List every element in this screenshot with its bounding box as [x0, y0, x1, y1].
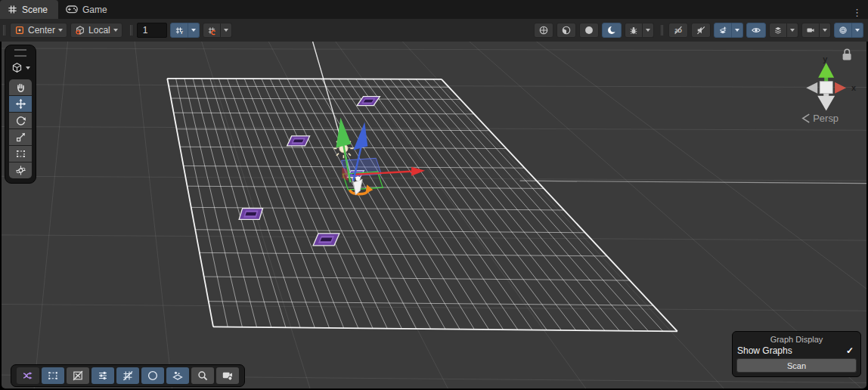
graph-panel-title: Graph Display: [736, 334, 857, 345]
rotate-icon: [15, 115, 26, 126]
tool-buttons: [9, 79, 32, 178]
gizmo-x-cone[interactable]: [835, 82, 846, 94]
flat-lighting-button[interactable]: [579, 23, 599, 38]
layers-dropdown[interactable]: [787, 23, 798, 38]
texture-off-icon: [72, 370, 84, 382]
pivot-mode-label: Center: [28, 25, 55, 36]
orientation-gizmo[interactable]: y x: [806, 54, 856, 111]
move-tool-button[interactable]: [9, 96, 32, 113]
gizmo-center-cube[interactable]: [820, 82, 832, 94]
grid-y-axis-icon: Y: [175, 25, 184, 36]
graph-marker[interactable]: [293, 139, 304, 142]
camera-dropdown[interactable]: [820, 23, 831, 38]
rect-select-button[interactable]: [42, 367, 64, 384]
gizmo-sphere-icon: [839, 24, 848, 36]
filled-circle-icon: [584, 24, 594, 36]
hand-tool-button[interactable]: [9, 79, 32, 96]
debug-dropdown[interactable]: [643, 23, 654, 38]
tab-scene[interactable]: Scene: [0, 0, 58, 19]
2d-off-icon: 2D: [673, 24, 684, 36]
gizmo-x-label: x: [851, 83, 856, 92]
audio-muted-icon: [696, 24, 706, 36]
world-x-axis-line: [520, 181, 866, 183]
grid-axis-button[interactable]: Y: [170, 23, 188, 38]
gizmos-dropdown[interactable]: [852, 23, 863, 38]
scene-viewport[interactable]: y x Persp: [2, 42, 866, 388]
search-button[interactable]: [191, 367, 214, 384]
scene-lighting-toggle[interactable]: [602, 23, 622, 38]
rect-tool-button[interactable]: [9, 146, 32, 162]
shaded-lighting-button[interactable]: [556, 23, 576, 38]
grid-snap-dropdown[interactable]: [221, 23, 232, 38]
pivot-center-icon: [14, 25, 25, 36]
pivot-mode-button[interactable]: Center: [10, 23, 67, 38]
debug-split-button: [625, 23, 654, 38]
shuffle-icon: [22, 370, 34, 382]
effects-button[interactable]: [714, 23, 732, 38]
tool-context-button[interactable]: [11, 62, 30, 73]
rect-select-icon: [47, 370, 59, 382]
sliders-icon: [97, 370, 109, 382]
graph-display-panel: Graph Display Show Graphs ✓ Scan: [732, 331, 861, 377]
eye-icon: [751, 24, 761, 36]
debug-button[interactable]: [625, 23, 643, 38]
scene-toolbar: Center Local Y: [0, 19, 868, 42]
transform-tool-button[interactable]: [9, 162, 32, 178]
pathfinding-graph-grid: [167, 79, 677, 332]
chevron-down-icon: [113, 29, 118, 32]
scene-camera-button[interactable]: [216, 367, 239, 384]
gizmo-neg-x-cone[interactable]: [806, 82, 817, 94]
grid-axis-letter: Y: [180, 30, 183, 35]
bug-icon: [629, 25, 638, 36]
settings-sliders-button[interactable]: [91, 367, 114, 384]
audio-toggle-button[interactable]: [691, 23, 711, 38]
show-graphs-label: Show Graphs: [737, 345, 792, 356]
2d-toggle-button[interactable]: 2D: [668, 23, 688, 38]
grid-snap-button[interactable]: [203, 23, 221, 38]
camera-settings-button[interactable]: [801, 23, 820, 38]
tools-palette: [5, 45, 36, 184]
grid-snap-split-button: [203, 23, 232, 38]
handle-rotation-button[interactable]: Local: [70, 23, 122, 38]
grid-visual-split-button: Y: [170, 23, 200, 38]
layers-button[interactable]: [769, 23, 787, 38]
half-shaded-sphere-icon: [561, 24, 572, 36]
grid-axis-dropdown[interactable]: [188, 23, 200, 38]
projection-toggle[interactable]: Persp: [803, 113, 839, 124]
tab-overflow-menu[interactable]: ⋮: [846, 6, 868, 19]
scale-tool-button[interactable]: [9, 129, 32, 146]
particles-button[interactable]: [166, 367, 189, 384]
gizmo-y-cone[interactable]: [818, 63, 834, 78]
chevron-down-icon: [26, 67, 30, 70]
chevron-down-icon: [58, 29, 63, 32]
gizmos-button[interactable]: [834, 23, 852, 38]
layers-icon: [773, 24, 783, 36]
draw-mode-button[interactable]: [534, 23, 553, 38]
grid-off-button[interactable]: [116, 367, 139, 384]
scene-visibility-button[interactable]: [746, 23, 766, 38]
moon-crescent-icon: [606, 24, 617, 36]
show-graphs-checkbox[interactable]: ✓: [846, 345, 856, 356]
shuffle-button[interactable]: [17, 367, 39, 384]
palette-drag-handle[interactable]: [14, 49, 26, 57]
gizmos-split-button: [834, 23, 863, 38]
rotate-tool-button[interactable]: [9, 113, 32, 129]
toolbar-separator: [3, 25, 4, 36]
effects-dropdown[interactable]: [732, 23, 743, 38]
texture-off-button[interactable]: [67, 367, 89, 384]
grid-snap-icon: [207, 25, 216, 36]
scene-grid-icon: [8, 5, 17, 14]
toolbar-separator: [130, 25, 131, 36]
gizmo-neg-y-cone[interactable]: [817, 96, 835, 111]
scan-button[interactable]: Scan: [736, 358, 857, 373]
lighting-moon-button[interactable]: [141, 367, 164, 384]
grid-size-input[interactable]: [137, 23, 167, 38]
graph-marker[interactable]: [320, 237, 332, 241]
toolbar-separator: [661, 25, 662, 36]
tab-game[interactable]: Game: [58, 0, 118, 19]
projection-label: Persp: [813, 113, 839, 124]
tab-game-label: Game: [82, 5, 107, 15]
graph-marker[interactable]: [245, 212, 256, 215]
local-cube-icon: [75, 25, 85, 36]
tab-bar: Scene Game ⋮: [0, 0, 868, 19]
